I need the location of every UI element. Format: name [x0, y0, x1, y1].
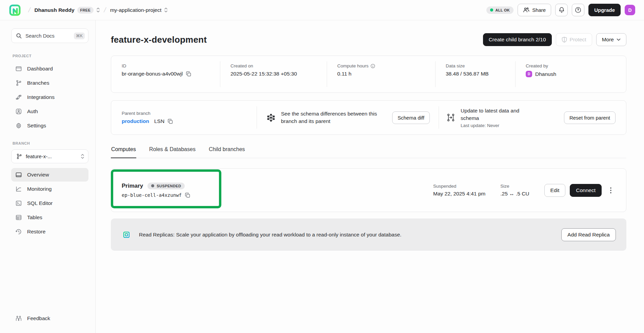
help-button[interactable]	[572, 4, 584, 16]
search-shortcut-badge: ⌘K	[74, 33, 85, 39]
kebab-menu-button[interactable]	[606, 184, 616, 197]
sidebar-item-settings[interactable]: Settings	[11, 119, 88, 132]
sidebar-item-label: SQL Editor	[27, 200, 53, 206]
search-docs-box[interactable]: ⌘K	[11, 28, 88, 43]
feedback-people-icon	[15, 315, 22, 321]
sidebar-item-monitoring[interactable]: Monitoring	[11, 182, 88, 196]
sidebar-item-sql-editor[interactable]: SQL Editor	[11, 196, 88, 210]
status-label: ALL OK	[496, 8, 510, 12]
connect-button[interactable]: Connect	[570, 184, 602, 197]
project-name: my-application-project	[110, 7, 162, 13]
sidebar-item-label: Dashboard	[27, 66, 53, 72]
more-button[interactable]: More	[596, 33, 626, 46]
add-read-replica-button[interactable]: Add Read Replica	[561, 228, 616, 241]
notifications-button[interactable]	[555, 4, 568, 16]
data-size-value: 38.48 / 536.87 MB	[446, 71, 489, 77]
schema-diff-section: See the schema differences between this …	[257, 110, 439, 125]
neon-logo-icon[interactable]	[9, 4, 21, 16]
create-child-branch-label: Create child branch 2/10	[489, 37, 546, 43]
project-section-label: PROJECT	[13, 54, 88, 58]
status-dot-icon	[490, 8, 493, 12]
sidebar-item-feedback[interactable]: Feedback	[11, 312, 88, 325]
upgrade-label: Upgrade	[594, 7, 615, 13]
sidebar-item-branches[interactable]: Branches	[11, 76, 88, 90]
branch-details-card: ID br-orange-bonus-a4v00wjl Created on 2…	[111, 56, 626, 93]
avatar-initial: D	[628, 7, 631, 13]
branch-icon	[15, 80, 22, 86]
sidebar-item-label: Integrations	[27, 94, 55, 100]
search-docs-input[interactable]	[25, 33, 71, 39]
shield-icon	[562, 37, 567, 43]
branch-icon	[16, 153, 22, 160]
compute-identity: Primary SUSPENDED ep-blue-cell-a4xzunwf	[122, 183, 190, 198]
status-dot-icon	[151, 184, 154, 187]
parent-branch-section: Parent branch production LSN	[111, 111, 257, 124]
branch-section-label: BRANCH	[13, 141, 88, 145]
schema-network-icon	[266, 113, 276, 122]
chevron-updown-icon	[164, 7, 168, 13]
integrations-icon	[15, 94, 22, 101]
sidebar-item-tables[interactable]: Tables	[11, 211, 88, 224]
tab-child-branches[interactable]: Child branches	[208, 146, 245, 158]
id-value: br-orange-bonus-a4v00wjl	[122, 71, 183, 77]
connect-label: Connect	[576, 187, 596, 193]
size-value: .25 ↔ .5 CU	[500, 191, 529, 197]
detail-data-size: Data size 38.48 / 536.87 MB	[435, 56, 515, 92]
gear-icon	[15, 122, 22, 129]
protect-button[interactable]: Protect	[556, 33, 592, 46]
detail-created-by: Created by D Dhanush	[515, 56, 626, 92]
copy-icon[interactable]	[185, 192, 190, 198]
bell-icon	[559, 7, 565, 13]
info-icon[interactable]	[370, 64, 375, 68]
top-header: / Dhanush Reddy FREE / my-application-pr…	[0, 0, 644, 20]
protect-label: Protect	[570, 37, 586, 43]
sidebar-item-integrations[interactable]: Integrations	[11, 90, 88, 104]
table-icon	[15, 214, 22, 221]
upgrade-button[interactable]: Upgrade	[588, 4, 621, 16]
branch-selector[interactable]: feature-x-...	[11, 149, 88, 163]
sidebar-item-auth[interactable]: Auth	[11, 105, 88, 118]
created-on-value: 2025-05-22 15:32:38 +05:30	[230, 71, 297, 77]
tab-roles-databases[interactable]: Roles & Databases	[149, 146, 196, 158]
compute-status-label: SUSPENDED	[157, 184, 181, 188]
suspended-info: Suspended May 22, 2025 4:41 pm	[433, 184, 485, 197]
sidebar-item-label: Auth	[27, 108, 38, 115]
copy-icon[interactable]	[167, 119, 173, 124]
copy-icon[interactable]	[186, 71, 192, 77]
sidebar: ⌘K PROJECT Dashboard Branches	[0, 20, 96, 333]
detail-id: ID br-orange-bonus-a4v00wjl	[111, 56, 220, 92]
compute-status-badge: SUSPENDED	[147, 183, 185, 189]
auth-user-icon	[15, 108, 22, 115]
tab-computes[interactable]: Computes	[111, 146, 136, 158]
schema-diff-button[interactable]: Schema diff	[392, 111, 430, 124]
reset-from-parent-button[interactable]: Reset from parent	[564, 111, 616, 124]
search-icon	[16, 33, 22, 39]
sidebar-item-label: Restore	[27, 229, 45, 235]
share-label: Share	[532, 7, 546, 13]
parent-branch-card: Parent branch production LSN	[111, 100, 626, 135]
creator-avatar-initial: D	[528, 72, 530, 76]
lsn-label[interactable]: LSN	[154, 118, 164, 124]
share-button[interactable]: Share	[518, 4, 551, 16]
status-badge[interactable]: ALL OK	[486, 6, 514, 14]
sidebar-item-restore[interactable]: Restore	[11, 225, 88, 238]
detail-created-on: Created on 2025-05-22 15:32:38 +05:30	[220, 56, 327, 92]
org-name: Dhanush Reddy	[35, 7, 75, 13]
sidebar-item-dashboard[interactable]: Dashboard	[11, 62, 88, 76]
user-avatar[interactable]: D	[625, 5, 635, 15]
suspended-value: May 22, 2025 4:41 pm	[433, 191, 485, 197]
create-child-branch-button[interactable]: Create child branch 2/10	[483, 33, 552, 46]
parent-branch-label: Parent branch	[122, 111, 257, 116]
detail-compute-hours: Compute hours 0.11 h	[327, 56, 435, 92]
reset-from-parent-label: Reset from parent	[569, 115, 610, 121]
parent-branch-link[interactable]: production	[122, 118, 149, 124]
sidebar-item-label: Feedback	[27, 315, 50, 321]
sidebar-item-overview[interactable]: Overview	[11, 168, 88, 182]
org-breadcrumb[interactable]: Dhanush Reddy FREE	[35, 7, 100, 14]
sidebar-item-label: Tables	[27, 214, 42, 221]
project-breadcrumb[interactable]: my-application-project	[110, 7, 168, 13]
chevron-updown-icon	[96, 7, 100, 13]
edit-button[interactable]: Edit	[544, 184, 566, 197]
schema-diff-button-label: Schema diff	[398, 115, 424, 121]
read-replica-banner: Read Replicas: Scale your application by…	[111, 218, 626, 251]
